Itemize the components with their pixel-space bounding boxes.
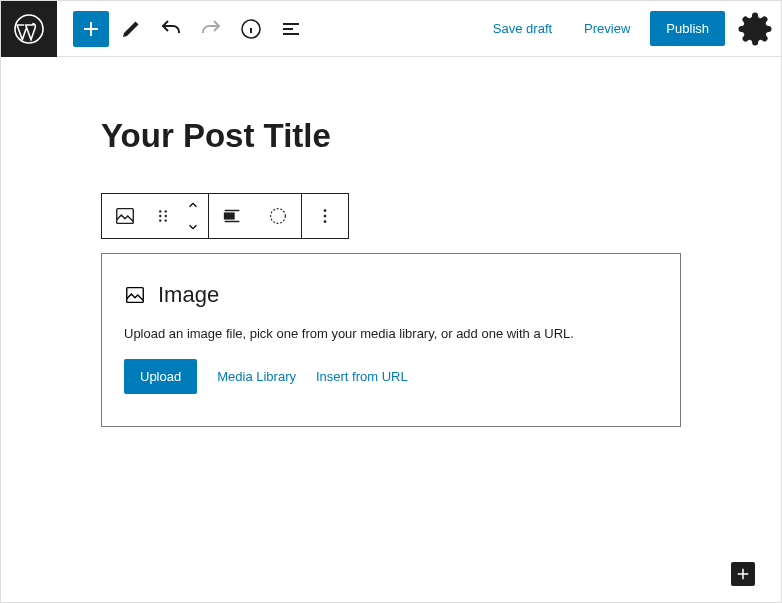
svg-rect-9 — [225, 213, 234, 219]
toolbar-right: Save draft Preview Publish — [481, 11, 773, 47]
plus-icon — [734, 565, 752, 583]
outline-icon — [279, 17, 303, 41]
add-block-button[interactable] — [73, 11, 109, 47]
svg-rect-2 — [117, 209, 134, 224]
image-block-description: Upload an image file, pick one from your… — [124, 326, 658, 341]
insert-url-button[interactable]: Insert from URL — [316, 369, 408, 384]
move-down-button[interactable] — [178, 216, 208, 238]
image-block-header: Image — [124, 282, 658, 308]
redo-icon — [199, 17, 223, 41]
image-block-actions: Upload Media Library Insert from URL — [124, 359, 658, 394]
chevron-up-icon — [186, 198, 200, 212]
more-options-button[interactable] — [302, 194, 348, 238]
image-icon — [114, 205, 136, 227]
align-icon — [221, 205, 243, 227]
drag-icon — [152, 205, 174, 227]
svg-point-13 — [324, 220, 327, 223]
drag-handle[interactable] — [148, 194, 178, 238]
svg-point-4 — [165, 210, 167, 212]
svg-point-10 — [271, 209, 286, 224]
save-draft-button[interactable]: Save draft — [481, 13, 564, 44]
svg-rect-14 — [127, 288, 144, 303]
outline-button[interactable] — [273, 11, 309, 47]
pencil-icon — [119, 17, 143, 41]
plus-icon — [79, 17, 103, 41]
more-vertical-icon — [314, 205, 336, 227]
undo-button[interactable] — [153, 11, 189, 47]
edit-tool-button[interactable] — [113, 11, 149, 47]
svg-point-6 — [165, 215, 167, 217]
floating-add-block-button[interactable] — [731, 562, 755, 586]
info-button[interactable] — [233, 11, 269, 47]
chevron-down-icon — [186, 220, 200, 234]
post-title[interactable]: Your Post Title — [101, 117, 681, 155]
svg-point-7 — [159, 219, 161, 221]
undo-icon — [159, 17, 183, 41]
svg-point-8 — [165, 219, 167, 221]
align-button[interactable] — [209, 194, 255, 238]
wordpress-icon — [13, 13, 45, 45]
toolbar-left — [73, 11, 309, 47]
editor-topbar: Save draft Preview Publish — [1, 1, 781, 57]
publish-button[interactable]: Publish — [650, 11, 725, 46]
upload-button[interactable]: Upload — [124, 359, 197, 394]
redo-button[interactable] — [193, 11, 229, 47]
settings-button[interactable] — [737, 11, 773, 47]
block-type-button[interactable] — [102, 194, 148, 238]
image-block-placeholder: Image Upload an image file, pick one fro… — [101, 253, 681, 427]
editor-canvas: Your Post Title — [1, 57, 781, 447]
svg-point-11 — [324, 209, 327, 212]
block-toolbar — [101, 193, 349, 239]
svg-point-12 — [324, 215, 327, 218]
gear-icon — [737, 11, 773, 47]
image-block-title: Image — [158, 282, 219, 308]
dotted-circle-icon — [267, 205, 289, 227]
svg-point-5 — [159, 215, 161, 217]
image-icon — [124, 284, 146, 306]
svg-point-3 — [159, 210, 161, 212]
info-icon — [239, 17, 263, 41]
replace-button[interactable] — [255, 194, 301, 238]
move-up-button[interactable] — [178, 194, 208, 216]
preview-button[interactable]: Preview — [572, 13, 642, 44]
wordpress-logo[interactable] — [1, 1, 57, 57]
media-library-button[interactable]: Media Library — [217, 369, 296, 384]
